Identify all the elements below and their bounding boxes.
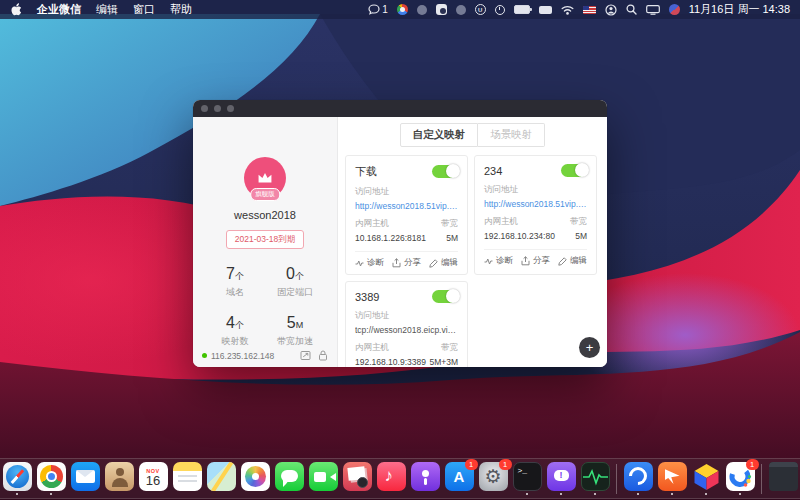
running-indicator	[671, 493, 674, 496]
share-button[interactable]: 分享	[392, 257, 421, 269]
switch-line-icon[interactable]	[300, 350, 311, 361]
cube-app-dock-icon[interactable]	[692, 462, 721, 491]
username: wesson2018	[234, 209, 296, 221]
appstore-badge: 1	[465, 459, 478, 470]
status-icon-3[interactable]	[456, 5, 466, 15]
status-icon-2[interactable]	[436, 4, 447, 15]
maps-dock-icon[interactable]	[207, 462, 236, 491]
stat-value: 4	[226, 314, 235, 331]
chat-status-icon[interactable]: 1	[368, 3, 388, 17]
music-dock-icon[interactable]	[377, 462, 406, 491]
minimize-button[interactable]	[214, 105, 221, 112]
notes-dock-icon[interactable]	[173, 462, 202, 491]
diagnose-button[interactable]: 诊断	[484, 255, 513, 267]
photo-booth-dock-icon[interactable]	[343, 462, 372, 491]
mapping-toggle[interactable]	[432, 290, 458, 303]
mail-dock-icon[interactable]	[71, 462, 100, 491]
share-button[interactable]: 分享	[521, 255, 550, 267]
oray-client-dock-icon[interactable]	[624, 462, 653, 491]
running-indicator	[594, 493, 597, 496]
edit-label: 编辑	[441, 257, 458, 269]
time-machine-icon[interactable]	[495, 5, 505, 15]
input-source-flag-icon[interactable]	[583, 6, 596, 14]
mapping-toggle[interactable]	[561, 164, 587, 177]
host-value: 10.168.1.226:8181	[355, 233, 426, 243]
colored-app-status-icon[interactable]	[669, 4, 680, 15]
stat-unit: M	[296, 320, 304, 330]
menu-edit[interactable]: 编辑	[96, 2, 118, 17]
tab-scene-mapping[interactable]: 场景映射	[478, 123, 545, 147]
chrome-dock-icon[interactable]	[37, 462, 66, 491]
orange-app-dock-icon[interactable]	[658, 462, 687, 491]
running-indicator	[50, 493, 53, 496]
share-label: 分享	[533, 255, 550, 267]
wifi-icon[interactable]	[561, 3, 574, 17]
lock-icon[interactable]	[318, 350, 328, 361]
menu-app-name[interactable]: 企业微信	[37, 2, 81, 17]
account-sidebar: 旗舰版 wesson2018 2021-03-18到期 7个 域名 0个 固定端…	[193, 117, 338, 367]
terminal-dock-icon[interactable]: >_	[513, 462, 542, 491]
stat-value: 0	[286, 265, 295, 282]
spotlight-search-icon[interactable]	[626, 3, 637, 17]
diagnose-label: 诊断	[496, 255, 513, 267]
stat-label: 映射数	[205, 335, 265, 348]
terminal-prompt-glyph: >_	[518, 466, 528, 475]
host-value: 192.168.10.9:3389	[355, 357, 426, 367]
stat-mappings: 4个 映射数	[205, 314, 265, 348]
status-icon-u[interactable]: U	[475, 4, 486, 15]
card-title: 下载	[355, 164, 377, 179]
display-sidecar-icon[interactable]	[646, 3, 660, 17]
diagnose-label: 诊断	[367, 257, 384, 269]
stat-value: 7	[226, 265, 235, 282]
close-button[interactable]	[201, 105, 208, 112]
menubar-clock[interactable]: 11月16日 周一 14:38	[689, 2, 790, 17]
user-switch-icon[interactable]	[605, 3, 617, 17]
plan-badge: 旗舰版	[250, 188, 280, 201]
stat-domains: 7个 域名	[205, 265, 265, 299]
edit-button[interactable]: 编辑	[429, 257, 458, 269]
stat-label: 固定端口	[265, 286, 325, 299]
access-address-label: 访问地址	[484, 184, 587, 196]
zoom-button[interactable]	[227, 105, 234, 112]
share-icon	[521, 256, 530, 266]
card-title: 3389	[355, 291, 379, 303]
stat-unit: 个	[295, 271, 304, 281]
window-titlebar[interactable]	[193, 100, 607, 117]
minimized-window-dark[interactable]	[769, 462, 798, 491]
keyboard-icon[interactable]	[539, 6, 552, 14]
apple-menu-icon[interactable]	[10, 3, 22, 17]
menu-help[interactable]: 帮助	[170, 2, 192, 17]
mapping-toggle[interactable]	[432, 165, 458, 178]
bandwidth-label: 带宽	[570, 216, 587, 228]
access-address-label: 访问地址	[355, 186, 458, 198]
diagnose-button[interactable]: 诊断	[355, 257, 384, 269]
access-url-link[interactable]: http://wesson2018.51vip.biz:27231	[484, 199, 587, 209]
diagnose-icon	[484, 257, 493, 266]
running-indicator	[739, 493, 742, 496]
edit-button[interactable]: 编辑	[558, 255, 587, 267]
access-url: tcp://wesson2018.eicp.vip:20689	[355, 325, 458, 335]
contacts-dock-icon[interactable]	[105, 462, 134, 491]
edit-icon	[558, 257, 567, 266]
safari-dock-icon[interactable]	[3, 462, 32, 491]
messages-dock-icon[interactable]	[275, 462, 304, 491]
status-icon-1[interactable]	[417, 5, 427, 15]
edit-label: 编辑	[570, 255, 587, 267]
tab-custom-mapping[interactable]: 自定义映射	[400, 123, 479, 147]
access-url-link[interactable]: http://wesson2018.51vip.biz	[355, 201, 458, 211]
activity-monitor-dock-icon[interactable]	[581, 462, 610, 491]
add-mapping-button[interactable]: +	[579, 337, 600, 358]
battery-icon[interactable]	[514, 5, 530, 14]
photos-dock-icon[interactable]	[241, 462, 270, 491]
crown-icon	[256, 170, 274, 186]
facetime-dock-icon[interactable]	[309, 462, 338, 491]
podcasts-dock-icon[interactable]	[411, 462, 440, 491]
feedback-assistant-dock-icon[interactable]	[547, 462, 576, 491]
app-window: 旗舰版 wesson2018 2021-03-18到期 7个 域名 0个 固定端…	[193, 100, 607, 367]
menu-window[interactable]: 窗口	[133, 2, 155, 17]
calendar-dock-icon[interactable]: NOV16	[139, 462, 168, 491]
calendar-day: 16	[146, 474, 160, 487]
bandwidth-value: 5M	[575, 231, 587, 241]
chrome-status-icon[interactable]	[397, 4, 408, 15]
share-icon	[392, 258, 401, 268]
